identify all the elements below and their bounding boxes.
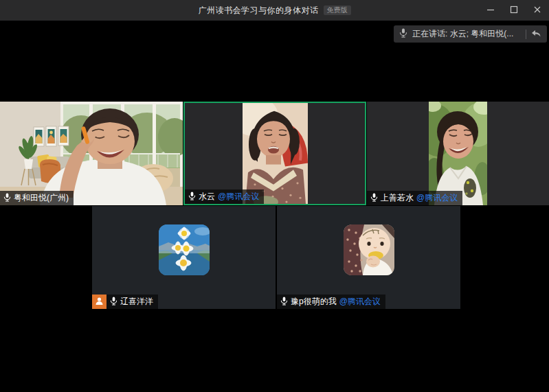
video-feed-woman-outdoors: [429, 102, 487, 205]
mic-on-icon: [3, 193, 11, 204]
minimize-button[interactable]: [479, 0, 502, 21]
participant-name-label: 辽喜洋洋: [107, 295, 158, 309]
participant-suffix: @腾讯会议: [218, 191, 259, 203]
participant-name-label: 水云@腾讯会议: [185, 189, 264, 204]
phone-user-badge: [92, 295, 107, 309]
collapse-banner-button[interactable]: [531, 28, 541, 41]
video-tile-yuehetianyue[interactable]: 粤和田悦(广州): [0, 102, 183, 205]
participant-name-label: 豫p很萌的我@腾讯会议: [277, 295, 385, 309]
video-feed-woman-portrait: [243, 103, 308, 204]
participant-name: 上善若水: [381, 192, 414, 204]
maximize-icon: [510, 4, 518, 16]
mic-on-icon: [188, 192, 196, 203]
window-controls: [479, 0, 549, 21]
participant-suffix: @腾讯会议: [339, 296, 381, 308]
person-icon: [95, 296, 104, 308]
participant-name-label: 粤和田悦(广州): [0, 191, 74, 205]
video-tile-shuiyun-speaking[interactable]: 水云@腾讯会议: [183, 102, 366, 205]
participant-name-label: 上善若水@腾讯会议: [367, 191, 462, 205]
avatar-baby: [344, 224, 394, 275]
video-feed-living-room-woman: [0, 102, 183, 205]
close-button[interactable]: [526, 0, 549, 21]
banner-divider: [526, 30, 526, 39]
microphone-icon: [399, 28, 407, 41]
window-title: 广州读书会学习与你的身体对话: [199, 5, 319, 16]
avatar-daisies: [159, 224, 210, 275]
mic-on-icon: [370, 193, 378, 204]
video-tile-shangshanruoshui[interactable]: 上善若水@腾讯会议: [367, 102, 549, 205]
mic-on-icon: [280, 297, 288, 308]
participant-name: 水云: [199, 191, 215, 203]
titlebar: 广州读书会学习与你的身体对话 免费版: [0, 0, 549, 21]
participant-name: 豫p很萌的我: [291, 296, 337, 308]
participant-name: 粤和田悦(广州): [14, 192, 69, 204]
mic-on-icon: [110, 297, 117, 308]
meeting-window: 广州读书会学习与你的身体对话 免费版: [0, 0, 549, 392]
speaking-now-text: 正在讲话: 水云; 粤和田悦(...: [412, 28, 521, 40]
close-icon: [533, 4, 541, 16]
maximize-button[interactable]: [502, 0, 526, 21]
speaking-banner: 正在讲话: 水云; 粤和田悦(...: [394, 25, 547, 43]
participant-suffix: @腾讯会议: [416, 192, 458, 204]
video-tile-liaoxiyangyang[interactable]: 辽喜洋洋: [92, 206, 276, 309]
participant-name: 辽喜洋洋: [120, 296, 153, 308]
video-tile-yuphenmengdewo[interactable]: 豫p很萌的我@腾讯会议: [277, 206, 460, 309]
free-version-badge: 免费版: [324, 5, 351, 15]
minimize-icon: [486, 4, 495, 16]
